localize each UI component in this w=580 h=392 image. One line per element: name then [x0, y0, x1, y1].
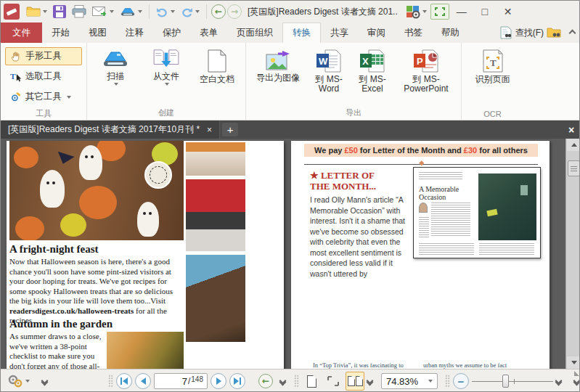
export-image-button[interactable]: 导出为图像 — [250, 46, 306, 83]
options-button[interactable] — [5, 372, 32, 390]
scan-pages-label: 扫描 — [107, 72, 124, 81]
tab-review[interactable]: 审阅 — [358, 23, 395, 43]
save-button[interactable] — [51, 4, 68, 20]
tab-protect[interactable]: 保护 — [153, 23, 190, 43]
hand-icon — [10, 51, 22, 62]
triangle-left-icon — [123, 377, 128, 385]
collapse-ribbon-icon[interactable] — [569, 29, 576, 36]
ocr-pages-button[interactable]: T 识别页面 — [467, 46, 518, 84]
zoom-level-select[interactable]: 74.83% — [381, 373, 438, 389]
two-page-view-button[interactable] — [346, 372, 364, 391]
print-button[interactable] — [70, 4, 89, 20]
tab-comment[interactable]: 注释 — [116, 23, 153, 43]
zoom-value: 74.83% — [386, 376, 418, 387]
tab-organize[interactable]: 页面组织 — [227, 23, 282, 43]
toolbar-grip — [108, 375, 113, 388]
last-page-button[interactable] — [229, 373, 245, 389]
redo-button[interactable] — [179, 5, 202, 19]
zoom-slider-group: − — [445, 369, 579, 392]
spread-illustration — [478, 173, 536, 240]
triangle-left-icon — [141, 377, 146, 385]
scan-pages-button[interactable]: 扫描 — [91, 46, 139, 86]
page-number-box[interactable]: / 148 — [154, 373, 208, 389]
previous-page-button[interactable] — [135, 373, 151, 389]
zoom-slider[interactable] — [472, 373, 553, 389]
expand-zoom-button[interactable] — [556, 378, 561, 385]
tab-view[interactable]: 视图 — [79, 23, 116, 43]
select-tool-icon: T — [10, 71, 22, 83]
paragraph-text: Now that Halloween season is here, there… — [9, 257, 173, 305]
scrollbar-thumb[interactable] — [568, 160, 580, 176]
bar-icon — [121, 377, 122, 385]
tab-share[interactable]: 共享 — [321, 23, 358, 43]
minimize-button[interactable]: — — [451, 3, 473, 20]
zoom-out-button[interactable]: − — [453, 373, 469, 389]
open-button[interactable] — [24, 4, 49, 19]
email-button[interactable] — [90, 5, 116, 19]
ribbon-group-tools: 手形工具 T 选取工具 其它工具 工具 — [1, 43, 86, 120]
to-ms-powerpoint-button[interactable]: P 到 MS-PowerPoint — [396, 46, 457, 94]
triangle-up-icon — [571, 143, 577, 147]
tab-bookmarks[interactable]: 书签 — [395, 23, 432, 43]
find-label[interactable]: 查找(F) — [515, 27, 544, 39]
page-number-input[interactable] — [167, 376, 187, 387]
triangle-right-icon — [234, 377, 239, 385]
article-link[interactable]: readersdigest.co.uk/halloween-treats — [9, 306, 134, 315]
first-page-button[interactable] — [116, 373, 132, 389]
document-tab[interactable]: [英国版]Readers Digest 读者文摘 2017年10月刊 * × — [1, 121, 220, 139]
other-tools-button[interactable]: 其它工具 — [5, 88, 82, 106]
cat-photo-2 — [186, 179, 245, 251]
divider — [206, 4, 207, 19]
expand-navigation-button[interactable] — [280, 378, 285, 385]
full-screen-icon — [434, 7, 446, 17]
select-tool-button[interactable]: T 选取工具 — [5, 68, 82, 86]
toolbar-grip — [294, 375, 299, 388]
new-tab-button[interactable]: + — [222, 123, 238, 136]
page-total: 148 — [191, 375, 203, 383]
tab-form[interactable]: 表单 — [190, 23, 227, 43]
next-view-button[interactable]: → — [227, 4, 242, 19]
find-area: 查找(F) — [499, 23, 580, 43]
scan-button[interactable] — [118, 5, 144, 19]
blank-document-button[interactable]: 空白文档 — [193, 46, 241, 84]
page-right[interactable]: We pay £50 for Letter of the Month and £… — [291, 141, 550, 369]
slider-handle[interactable] — [502, 375, 509, 388]
svg-text:T: T — [10, 72, 16, 81]
banner-price-2: £30 — [464, 146, 477, 155]
to-ms-excel-button[interactable]: X 到 MS-Excel — [352, 46, 393, 94]
close-all-tabs-button[interactable]: × — [562, 121, 580, 139]
tab-help[interactable]: 帮助 — [432, 23, 469, 43]
undo-icon — [156, 7, 168, 17]
chevron-down-icon — [25, 380, 30, 383]
page-left[interactable]: A fright-night feast Now that Halloween … — [7, 141, 284, 369]
maximize-button[interactable]: □ — [474, 3, 496, 20]
find-document-icon[interactable] — [499, 26, 512, 39]
triangle-down-icon — [571, 361, 577, 364]
close-button[interactable]: ✕ — [497, 3, 519, 20]
previous-view-button[interactable]: ← — [258, 374, 273, 388]
tab-convert[interactable]: 转换 — [282, 23, 321, 43]
expand-toolbar-button[interactable] — [42, 378, 47, 385]
scroll-up-button[interactable] — [567, 139, 580, 151]
undo-button[interactable] — [154, 5, 177, 19]
vertical-scrollbar[interactable] — [565, 139, 580, 369]
to-ms-word-button[interactable]: W 到 MS-Word — [309, 46, 349, 94]
from-file-button[interactable]: 从文件 — [142, 46, 190, 86]
search-folder-icon[interactable] — [547, 27, 561, 38]
bar-icon — [240, 377, 241, 385]
previous-view-button[interactable]: ← — [211, 4, 226, 19]
heading-line: THE MONTH... — [310, 181, 376, 192]
window-title: [英国版]Readers Digest 读者文摘 201.. — [248, 6, 398, 18]
fit-width-button[interactable] — [324, 372, 343, 391]
close-tab-icon[interactable]: × — [207, 125, 212, 135]
tab-file[interactable]: 文件 — [1, 23, 42, 43]
ui-options-button[interactable] — [404, 3, 429, 20]
next-page-button[interactable] — [211, 373, 226, 389]
expand-layout-button[interactable] — [367, 378, 372, 385]
fit-page-button[interactable] — [302, 372, 321, 391]
hand-tool-button[interactable]: 手形工具 — [5, 47, 82, 65]
full-screen-button[interactable] — [430, 4, 449, 20]
expand-statusbar-button[interactable] — [574, 378, 579, 385]
scroll-down-button[interactable] — [567, 356, 580, 369]
tab-home[interactable]: 开始 — [42, 23, 79, 43]
